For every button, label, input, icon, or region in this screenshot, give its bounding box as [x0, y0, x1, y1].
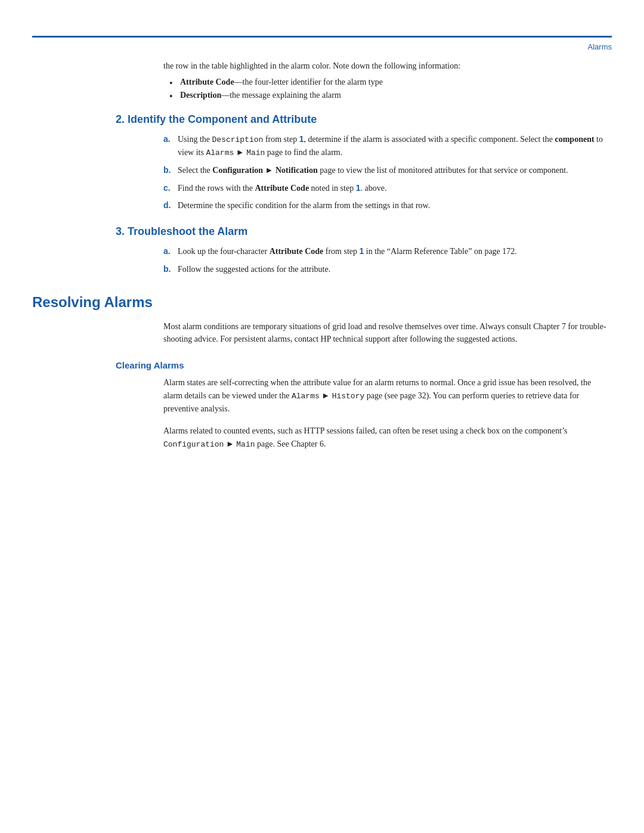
alpha-content-c1: Find the rows with the Attribute Code no… [178, 182, 612, 195]
alpha-content-b1: Select the Configuration ► Notification … [178, 164, 612, 177]
alpha-label-d1: d. [163, 199, 173, 212]
section-2-list: a. Using the Description from step 1, de… [163, 133, 612, 212]
chapter-resolving-alarms: Resolving Alarms Most alarm conditions a… [32, 294, 612, 346]
step-ref-1a: 1 [299, 134, 304, 144]
attr-code-bold-2: Attribute Code [270, 247, 324, 256]
alpha-label-b2: b. [163, 263, 173, 276]
bullet-attribute-code: Attribute Code—the four-letter identifie… [169, 76, 612, 89]
bullet-label-1: Attribute Code [180, 78, 234, 86]
alpha-content-b2: Follow the suggested actions for the att… [178, 263, 612, 276]
chapter-intro-block: Most alarm conditions are temporary situ… [163, 320, 612, 346]
section-2-item-a: a. Using the Description from step 1, de… [163, 133, 612, 159]
alarms-mono-2: Alarms [292, 392, 320, 401]
main-mono-1: Main [246, 148, 265, 157]
section-2-heading: 2. Identify the Component and Attribute [116, 113, 612, 126]
clearing-alarms-heading: Clearing Alarms [116, 360, 612, 370]
section-3-heading: 3. Troubleshoot the Alarm [116, 225, 612, 238]
alpha-label-b1: b. [163, 164, 173, 177]
notification-bold: Notification [275, 166, 318, 175]
section-2-item-c: c. Find the rows with the Attribute Code… [163, 182, 612, 195]
intro-bullet-list: Attribute Code—the four-letter identifie… [163, 76, 612, 103]
step-ref-1c: 1 [356, 183, 361, 193]
alpha-content-d1: Determine the specific condition for the… [178, 199, 612, 212]
section-clearing-alarms: Clearing Alarms Alarm states are self-co… [32, 360, 612, 451]
section-2: 2. Identify the Component and Attribute … [32, 113, 612, 212]
bullet-label-2: Description [180, 91, 221, 100]
step-ref-1-3a: 1 [360, 246, 364, 256]
clearing-para-2-block: Alarms related to counted events, such a… [163, 425, 612, 451]
clearing-para-2: Alarms related to counted events, such a… [163, 425, 612, 451]
section-2-item-d: d. Determine the specific condition for … [163, 199, 612, 212]
clearing-para-1: Alarm states are self-correcting when th… [163, 376, 612, 416]
chapter-intro-text: Most alarm conditions are temporary situ… [163, 320, 612, 346]
section-3-item-b: b. Follow the suggested actions for the … [163, 263, 612, 276]
bullet-description: Description—the message explaining the a… [169, 89, 612, 102]
alpha-label-a2: a. [163, 245, 173, 258]
description-mono: Description [212, 135, 264, 144]
section-3: 3. Troubleshoot the Alarm a. Look up the… [32, 225, 612, 275]
alpha-content-a2: Look up the four-character Attribute Cod… [178, 245, 612, 258]
alpha-label-c1: c. [163, 182, 173, 195]
alpha-label-a1: a. [163, 133, 173, 159]
chapter-heading: Resolving Alarms [32, 294, 612, 311]
section-3-list: a. Look up the four-character Attribute … [163, 245, 612, 275]
main-content: the row in the table highlighted in the … [0, 54, 644, 500]
config-mono: Configuration [163, 440, 224, 449]
component-bold: component [555, 135, 594, 144]
history-mono: History [332, 392, 365, 401]
page: Alarms the row in the table highlighted … [0, 36, 644, 833]
attr-code-bold-1: Attribute Code [255, 184, 309, 193]
header: Alarms [0, 38, 644, 54]
alarms-mono-1: Alarms [206, 148, 234, 157]
main-mono-2: Main [236, 440, 255, 449]
clearing-para-1-block: Alarm states are self-correcting when th… [163, 376, 612, 416]
intro-text: the row in the table highlighted in the … [163, 60, 612, 72]
config-bold: Configuration [212, 166, 263, 175]
intro-block: the row in the table highlighted in the … [163, 60, 612, 103]
section-3-item-a: a. Look up the four-character Attribute … [163, 245, 612, 258]
section-2-item-b: b. Select the Configuration ► Notificati… [163, 164, 612, 177]
chapter-title: Alarms [588, 42, 612, 51]
alpha-content-a1: Using the Description from step 1, deter… [178, 133, 612, 159]
